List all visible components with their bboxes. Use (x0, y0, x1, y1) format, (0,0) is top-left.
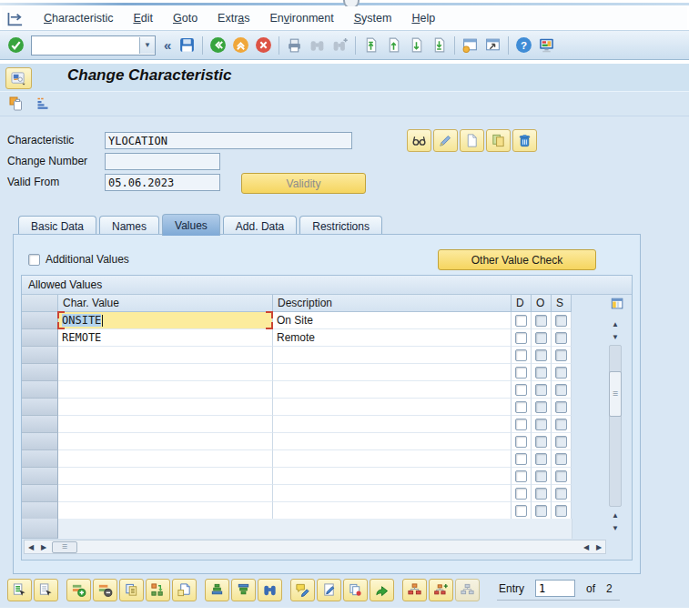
char-value-cell[interactable] (58, 364, 273, 381)
o-checkbox[interactable] (535, 401, 547, 413)
column-header-char-value[interactable]: Char. Value (58, 295, 273, 312)
description-cell[interactable] (273, 416, 512, 433)
vertical-scroll-track[interactable]: ☰ (609, 345, 622, 507)
menu-help[interactable]: Help (401, 10, 445, 26)
description-cell[interactable] (273, 347, 512, 364)
o-checkbox[interactable] (535, 315, 547, 327)
s-checkbox[interactable] (555, 384, 567, 396)
s-checkbox[interactable] (555, 367, 567, 379)
description-cell[interactable] (273, 399, 512, 416)
validity-button[interactable]: Validity (241, 173, 366, 194)
cancel-button[interactable] (252, 35, 275, 56)
entry-number-input[interactable] (535, 580, 575, 597)
hierarchy-sort-button[interactable] (33, 94, 53, 114)
o-checkbox[interactable] (535, 332, 547, 344)
row-selector[interactable] (22, 416, 58, 433)
tab-names[interactable]: Names (99, 216, 159, 236)
back-button[interactable] (207, 35, 229, 56)
next-page-button[interactable] (405, 35, 428, 56)
char-value-cell[interactable] (58, 450, 273, 468)
row-selector[interactable] (22, 347, 58, 364)
services-for-object-button[interactable] (5, 67, 32, 89)
vertical-scroll-thumb[interactable]: ☰ (609, 371, 622, 417)
valid-from-input[interactable] (105, 174, 220, 191)
customize-button[interactable] (535, 35, 558, 56)
d-checkbox[interactable] (515, 349, 527, 361)
s-checkbox[interactable] (555, 349, 567, 361)
o-checkbox[interactable] (535, 470, 547, 482)
display-button[interactable] (407, 129, 431, 152)
d-checkbox[interactable] (515, 488, 527, 500)
char-value-cell[interactable]: REMOTE (58, 329, 273, 347)
row-selector[interactable] (22, 399, 58, 416)
description-cell[interactable] (273, 364, 512, 381)
command-dropdown-icon[interactable]: ▼ (139, 37, 155, 54)
new-session-button[interactable] (459, 35, 481, 56)
delete-row-button[interactable] (93, 579, 117, 601)
horizontal-scroll-thumb[interactable]: ☰ (52, 541, 77, 553)
menu-characteristic[interactable]: Characteristic (34, 10, 123, 26)
o-checkbox[interactable] (535, 488, 547, 500)
tab-basic-data[interactable]: Basic Data (18, 216, 96, 236)
description-cell[interactable] (273, 450, 512, 468)
description-cell[interactable]: Remote (273, 329, 512, 347)
description-cell[interactable] (273, 433, 512, 450)
row-selector[interactable] (22, 329, 58, 347)
d-checkbox[interactable] (515, 401, 527, 413)
last-page-button[interactable] (428, 35, 451, 56)
d-checkbox[interactable] (515, 367, 527, 379)
find-next-button[interactable] (329, 35, 351, 56)
char-value-cell[interactable] (58, 381, 273, 399)
copy-object-button[interactable] (6, 94, 26, 114)
d-checkbox[interactable] (515, 470, 527, 482)
menu-extras[interactable]: Extras (208, 10, 259, 26)
delete-button[interactable] (512, 129, 537, 152)
where-used-button[interactable] (370, 579, 394, 601)
o-checkbox[interactable] (535, 453, 547, 465)
system-menu-icon[interactable] (6, 10, 26, 26)
char-value-cell[interactable] (58, 433, 273, 450)
insert-row-button[interactable] (66, 579, 91, 601)
o-checkbox[interactable] (535, 367, 547, 379)
prev-page-button[interactable] (382, 35, 405, 56)
char-value-cell[interactable] (58, 468, 273, 485)
row-selector[interactable] (22, 519, 58, 539)
o-checkbox[interactable] (535, 436, 547, 448)
o-checkbox[interactable] (535, 505, 547, 517)
scroll-left-icon[interactable]: ◀ (580, 540, 593, 553)
row-selector[interactable] (22, 485, 58, 502)
o-checkbox[interactable] (535, 419, 547, 430)
first-page-button[interactable] (360, 35, 382, 56)
menu-environment[interactable]: Environment (260, 10, 344, 26)
column-header-description[interactable]: Description (273, 295, 512, 312)
save-button[interactable] (176, 35, 198, 56)
menu-system[interactable]: System (344, 10, 402, 26)
scroll-up-icon[interactable]: ▲ (609, 318, 622, 330)
row-selector[interactable] (22, 450, 58, 468)
scroll-left-icon[interactable]: ◀ (25, 540, 37, 553)
d-checkbox[interactable] (515, 419, 527, 430)
find-entries-button[interactable] (258, 579, 282, 601)
s-checkbox[interactable] (555, 436, 567, 448)
d-checkbox[interactable] (515, 505, 527, 517)
scroll-up-icon[interactable]: ▲ (609, 509, 622, 521)
tab-add-data[interactable]: Add. Data (223, 216, 297, 236)
command-field[interactable]: ▼ (31, 35, 156, 56)
enter-button[interactable] (5, 35, 27, 56)
char-value-cell[interactable] (58, 502, 273, 520)
s-checkbox[interactable] (555, 419, 567, 430)
d-checkbox[interactable] (515, 384, 527, 396)
row-selector[interactable] (22, 468, 58, 485)
help-button[interactable]: ? (512, 35, 535, 56)
s-checkbox[interactable] (555, 332, 567, 344)
o-checkbox[interactable] (535, 349, 547, 361)
s-checkbox[interactable] (555, 401, 567, 413)
other-value-check-button[interactable]: Other Value Check (438, 249, 596, 270)
description-cell[interactable] (273, 468, 512, 485)
scroll-down-icon[interactable]: ▼ (609, 330, 622, 343)
hierarchy-insert-button[interactable] (429, 579, 453, 601)
hierarchy-node-button[interactable] (455, 579, 480, 601)
d-checkbox[interactable] (515, 332, 527, 344)
copy-entry-button[interactable] (343, 579, 368, 601)
column-header-s[interactable]: S (552, 295, 572, 312)
